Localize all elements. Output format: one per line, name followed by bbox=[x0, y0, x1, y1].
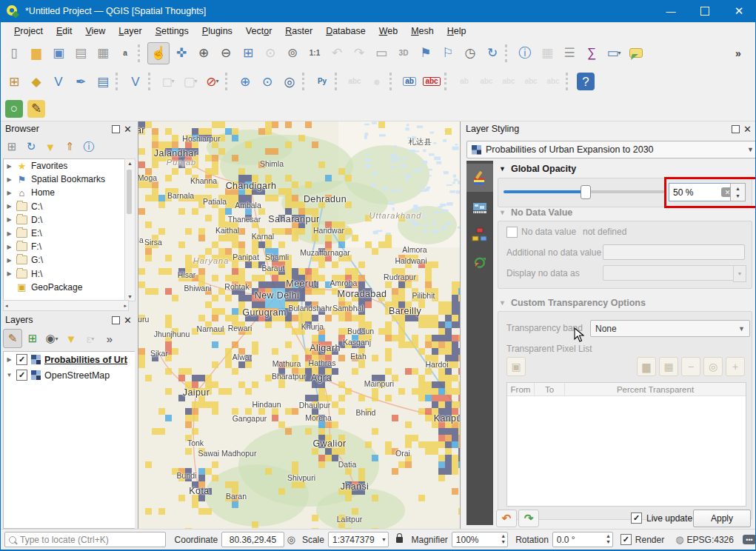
expand-arrow-icon[interactable]: ▶ bbox=[6, 203, 13, 210]
menu-view[interactable]: View bbox=[78, 24, 112, 39]
zoom-full-extent-button[interactable]: ⊞ bbox=[238, 43, 258, 64]
layer-item-openstreetmap[interactable]: ▼✓OpenStreetMap bbox=[4, 367, 135, 383]
search-layers-plugin-button[interactable]: ○ bbox=[5, 100, 23, 118]
toolbar-overflow-button[interactable]: » bbox=[728, 43, 749, 64]
highlight-pinned-labels-button[interactable]: abc bbox=[421, 71, 442, 92]
zoom-in-button[interactable]: ⊕ bbox=[193, 43, 214, 64]
lock-scale-icon[interactable] bbox=[396, 537, 404, 543]
browser-item-d[interactable]: ▶D:\ bbox=[4, 213, 125, 227]
browser-close-icon[interactable]: ✕ bbox=[124, 126, 132, 133]
zoom-to-layer-button[interactable]: ⊚ bbox=[282, 43, 303, 64]
layer-visibility-checkbox[interactable]: ✓ bbox=[16, 370, 27, 381]
python-console-button[interactable]: Py bbox=[312, 71, 332, 92]
filter-legend-button[interactable]: ▼ bbox=[62, 330, 80, 347]
new-shapefile-layer-button[interactable]: V bbox=[48, 71, 69, 92]
browser-item-e[interactable]: ▶E:\ bbox=[4, 227, 125, 240]
menu-settings[interactable]: Settings bbox=[149, 24, 195, 39]
new-map-view-button[interactable]: ▭ bbox=[371, 43, 392, 64]
menu-database[interactable]: Database bbox=[319, 24, 372, 39]
column-to[interactable]: To bbox=[535, 383, 565, 395]
extent-toggle-icon[interactable]: ◎ bbox=[287, 534, 295, 545]
new-memory-layer-button[interactable]: ▤ bbox=[93, 71, 113, 92]
new-geopackage-layer-button[interactable]: ◆ bbox=[26, 71, 47, 92]
expand-arrow-icon[interactable]: ▶ bbox=[6, 257, 13, 264]
expand-arrow-icon[interactable]: ▶ bbox=[6, 356, 13, 363]
show-spatial-bookmarks-button[interactable]: ⚐ bbox=[438, 43, 458, 64]
browser-item-f[interactable]: ▶F:\ bbox=[4, 240, 125, 253]
opacity-spinner[interactable]: ▲▼ bbox=[730, 183, 746, 201]
coordinate-input[interactable]: 80.36,29.45 bbox=[221, 532, 284, 547]
metasearch-add-button[interactable]: ⊕ bbox=[235, 71, 255, 92]
render-checkbox[interactable]: ✓ bbox=[620, 534, 632, 545]
osm-place-search-button[interactable]: ◎ bbox=[279, 71, 300, 92]
transparency-tab[interactable] bbox=[466, 198, 493, 218]
opacity-slider-handle[interactable] bbox=[581, 185, 591, 199]
pan-to-selection-button[interactable]: ✜ bbox=[171, 43, 192, 64]
scale-combo[interactable]: 1:3747379 ▼ bbox=[328, 532, 389, 547]
history-tab[interactable] bbox=[466, 251, 493, 273]
refresh-map-button[interactable]: ↻ bbox=[482, 43, 503, 64]
map-tips-button[interactable] bbox=[626, 43, 646, 64]
expand-arrow-icon[interactable]: ▼ bbox=[6, 372, 13, 378]
close-button[interactable]: ✕ bbox=[722, 0, 756, 22]
symbology-tab[interactable] bbox=[466, 164, 493, 192]
layers-overflow-button[interactable]: » bbox=[101, 330, 118, 347]
transparency-band-combo[interactable]: None ▼ bbox=[590, 320, 750, 337]
show-layout-manager-button[interactable]: ▦ bbox=[93, 43, 113, 64]
show-statistics-button[interactable]: ∑ bbox=[581, 43, 602, 64]
layer-visibility-checkbox[interactable]: ✓ bbox=[16, 354, 27, 365]
new-print-layout-button[interactable]: ▤ bbox=[70, 43, 91, 64]
menu-raster[interactable]: Raster bbox=[278, 24, 319, 39]
styling-float-icon[interactable] bbox=[732, 125, 740, 133]
deselect-features-button[interactable]: ⊘▾ bbox=[202, 71, 223, 92]
browser-item-geopackage[interactable]: ▣GeoPackage bbox=[4, 281, 125, 294]
layers-float-icon[interactable] bbox=[112, 316, 120, 324]
browser-item-h[interactable]: ▶H:\ bbox=[4, 267, 125, 281]
pan-map-button[interactable]: ☝ bbox=[147, 42, 170, 64]
osm-edit-plugin-button[interactable]: ✎ bbox=[27, 100, 45, 118]
help-contents-button[interactable]: ? bbox=[577, 73, 595, 90]
messages-icon[interactable]: ••• bbox=[743, 535, 756, 544]
filter-browser-button[interactable]: ▼ bbox=[41, 138, 59, 156]
expand-arrow-icon[interactable]: ▶ bbox=[6, 163, 13, 170]
locator-input[interactable]: Type to locate (Ctrl+K) bbox=[4, 532, 166, 547]
magnifier-spinbox[interactable]: 100% ▲▼ bbox=[452, 532, 508, 547]
crs-status[interactable]: EPSG:4326 bbox=[687, 535, 734, 545]
add-selected-layers-button[interactable]: ⊞ bbox=[3, 138, 21, 156]
browser-vscrollbar[interactable]: ▲ ▼ bbox=[124, 158, 136, 301]
refresh-browser-button[interactable]: ↻ bbox=[22, 138, 40, 156]
rotation-spinbox[interactable]: 0.0 ° ▲▼ bbox=[552, 532, 613, 547]
additional-no-data-input[interactable] bbox=[603, 244, 745, 260]
global-opacity-header[interactable]: ▼ Global Opacity bbox=[499, 164, 576, 174]
statistical-summary-button[interactable]: ☰ bbox=[559, 43, 580, 64]
browser-item-g[interactable]: ▶G:\ bbox=[4, 253, 125, 267]
style-manager-button[interactable]: a bbox=[115, 43, 136, 64]
menu-web[interactable]: Web bbox=[372, 24, 404, 39]
new-spatialite-layer-button[interactable]: ✒ bbox=[70, 71, 91, 92]
open-project-button[interactable]: ▆ bbox=[26, 43, 47, 64]
browser-item-favorites[interactable]: ▶★Favorites bbox=[4, 159, 125, 173]
column-from[interactable]: From bbox=[507, 383, 535, 395]
expand-arrow-icon[interactable]: ▶ bbox=[6, 270, 13, 277]
add-group-button[interactable]: ⊞ bbox=[24, 330, 41, 347]
menu-vector[interactable]: Vector bbox=[239, 24, 278, 39]
expand-arrow-icon[interactable]: ▶ bbox=[6, 190, 13, 196]
live-update-checkbox[interactable]: ✓ bbox=[631, 512, 642, 524]
transparent-pixel-table[interactable]: From To Percent Transparent bbox=[506, 382, 746, 507]
styling-layer-selector[interactable]: Probabilities of Urban Expansion to 2030… bbox=[466, 141, 756, 158]
column-percent-transparent[interactable]: Percent Transparent bbox=[565, 383, 746, 395]
new-3d-map-view-button[interactable]: 3D bbox=[393, 43, 414, 64]
no-data-value-header[interactable]: ▼ No Data Value bbox=[499, 207, 572, 218]
undo-button[interactable]: ↶ bbox=[496, 510, 517, 527]
new-project-button[interactable]: ▯ bbox=[4, 43, 24, 64]
zoom-native-resolution-button[interactable]: 1:1 bbox=[304, 43, 325, 64]
expand-arrow-icon[interactable]: ▶ bbox=[6, 216, 13, 223]
metasearch-search-button[interactable]: ⊙ bbox=[257, 71, 278, 92]
map-canvas[interactable] bbox=[138, 121, 460, 530]
custom-transparency-header[interactable]: ▼ Custom Transparency Options bbox=[499, 298, 646, 308]
new-spatial-bookmark-button[interactable]: ⚑ bbox=[415, 43, 436, 64]
display-no-data-dropdown[interactable]: ▼ bbox=[733, 265, 746, 282]
histogram-tab[interactable] bbox=[466, 223, 493, 247]
styling-close-icon[interactable]: ✕ bbox=[743, 126, 752, 133]
save-project-button[interactable]: ▣ bbox=[48, 43, 69, 64]
